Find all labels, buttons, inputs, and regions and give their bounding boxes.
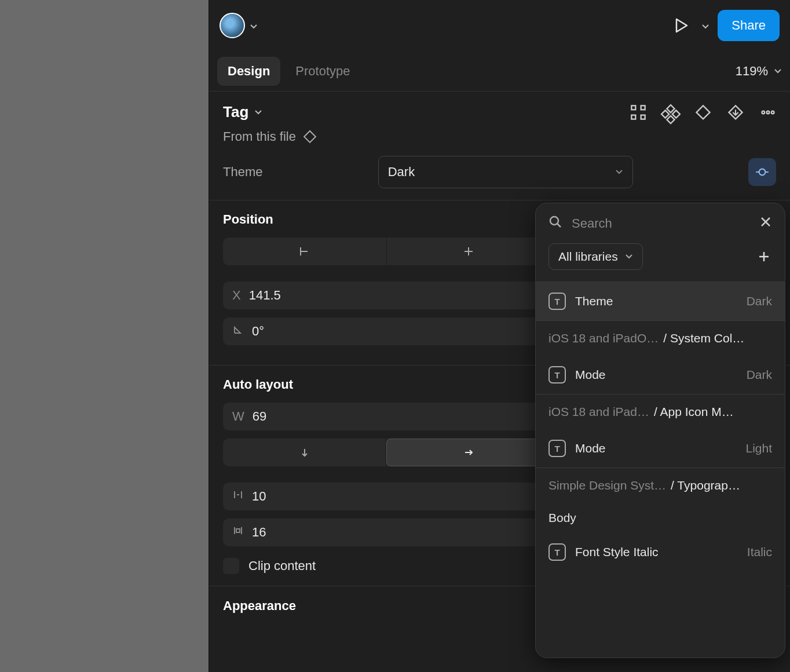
- tab-design[interactable]: Design: [217, 57, 280, 86]
- variable-name: Font Style Italic: [575, 545, 659, 559]
- w-label: W: [232, 409, 244, 424]
- play-dropdown-icon[interactable]: [701, 21, 709, 30]
- group-library: iOS 18 and iPadO…: [548, 331, 659, 345]
- group-library: iOS 18 and iPad…: [548, 405, 649, 419]
- variable-item[interactable]: TModeLight: [536, 429, 785, 468]
- library-filter-label: All libraries: [558, 250, 618, 264]
- avatar[interactable]: [220, 13, 245, 38]
- group-collection: / App Icon M…: [654, 405, 734, 419]
- reset-icon[interactable]: [727, 104, 744, 120]
- variable-name: Mode: [575, 368, 606, 382]
- component-title: Tag: [223, 103, 248, 121]
- x-value: 141.5: [249, 288, 281, 303]
- library-filter-select[interactable]: All libraries: [548, 243, 643, 270]
- svg-rect-0: [631, 105, 635, 109]
- svg-rect-3: [641, 115, 645, 119]
- svg-rect-13: [304, 131, 316, 143]
- add-variable-button[interactable]: [756, 249, 772, 265]
- svg-rect-4: [667, 105, 674, 112]
- svg-rect-1: [641, 105, 645, 109]
- variable-group-header: iOS 18 and iPadO…/ System Col…: [536, 320, 785, 356]
- canvas-area[interactable]: [0, 0, 209, 672]
- x-label: X: [232, 288, 241, 303]
- gap-value: 10: [252, 489, 266, 504]
- tab-prototype[interactable]: Prototype: [285, 57, 360, 86]
- variable-list[interactable]: TThemeDarkiOS 18 and iPadO…/ System Col……: [536, 282, 785, 658]
- component-set-icon[interactable]: [630, 104, 646, 120]
- variable-group-header: Simple Design Syst…/ Typograp…: [536, 468, 785, 503]
- component-icon[interactable]: [695, 104, 711, 120]
- align-left-icon[interactable]: [223, 238, 387, 265]
- diamond-icon: [303, 130, 317, 144]
- variable-name: Mode: [575, 441, 606, 455]
- angle-icon: [232, 324, 244, 339]
- theme-select[interactable]: Dark: [378, 156, 633, 188]
- chevron-down-icon[interactable]: [254, 108, 262, 116]
- variable-value: Dark: [747, 368, 772, 382]
- svg-rect-5: [661, 110, 669, 118]
- play-button[interactable]: [670, 14, 693, 37]
- clip-checkbox[interactable]: [223, 558, 239, 574]
- svg-rect-8: [696, 105, 709, 119]
- direction-vertical-icon[interactable]: [223, 439, 386, 466]
- chevron-down-icon: [774, 67, 782, 75]
- text-variable-icon: T: [548, 543, 566, 561]
- variable-item[interactable]: TFont Style ItalicItalic: [536, 533, 785, 571]
- apply-variable-button[interactable]: [748, 158, 776, 186]
- share-button[interactable]: Share: [718, 10, 780, 41]
- svg-rect-6: [672, 110, 680, 118]
- pad-h-icon: [232, 525, 244, 540]
- theme-label: Theme: [223, 165, 262, 180]
- avatar-chevron-icon[interactable]: [250, 21, 258, 30]
- search-icon: [548, 215, 562, 232]
- svg-point-11: [767, 111, 770, 114]
- w-value: 69: [253, 409, 266, 424]
- top-bar: Share: [209, 0, 790, 51]
- more-icon[interactable]: [760, 104, 776, 120]
- tabs-row: Design Prototype 119%: [209, 51, 790, 92]
- group-collection: / Typograp…: [671, 479, 740, 492]
- svg-point-27: [550, 217, 558, 225]
- svg-rect-7: [667, 115, 674, 123]
- variable-value: Dark: [747, 294, 772, 308]
- group-collection: / System Col…: [663, 331, 744, 345]
- variable-picker-popover: All libraries TThemeDarkiOS 18 and iPadO…: [535, 203, 785, 658]
- theme-value: Dark: [388, 165, 415, 180]
- variable-item[interactable]: TModeDark: [536, 356, 785, 394]
- variable-item[interactable]: TThemeDark: [536, 282, 785, 320]
- variable-subgroup-label: Body: [536, 503, 785, 533]
- rotation-value: 0°: [252, 324, 264, 339]
- svg-point-14: [759, 169, 766, 176]
- align-center-h-icon[interactable]: [387, 238, 551, 265]
- component-source: From this file: [223, 129, 296, 144]
- clip-label: Clip content: [248, 558, 316, 574]
- close-icon[interactable]: [759, 216, 772, 231]
- svg-point-12: [771, 111, 774, 114]
- chevron-down-icon: [625, 253, 633, 261]
- group-library: Simple Design Syst…: [548, 479, 666, 492]
- pad-h-value: 16: [252, 525, 266, 540]
- search-input[interactable]: [572, 216, 750, 231]
- component-section: Tag From this file Theme Dark: [209, 92, 790, 200]
- variable-name: Theme: [575, 294, 613, 308]
- text-variable-icon: T: [548, 440, 566, 457]
- gap-icon: [232, 489, 244, 504]
- svg-rect-2: [631, 115, 635, 119]
- text-variable-icon: T: [548, 366, 566, 384]
- text-variable-icon: T: [548, 293, 566, 310]
- inspector-panel: Share Design Prototype 119% Tag: [209, 0, 790, 672]
- variant-icon[interactable]: [663, 104, 679, 120]
- variable-value: Italic: [747, 545, 772, 559]
- variable-value: Light: [745, 441, 772, 455]
- chevron-down-icon: [615, 168, 623, 176]
- appearance-title: Appearance: [223, 598, 296, 613]
- svg-point-10: [762, 111, 765, 114]
- zoom-label: 119%: [736, 64, 768, 79]
- zoom-control[interactable]: 119%: [736, 64, 782, 79]
- variable-group-header: iOS 18 and iPad…/ App Icon M…: [536, 394, 785, 429]
- direction-horizontal-icon[interactable]: [386, 439, 550, 466]
